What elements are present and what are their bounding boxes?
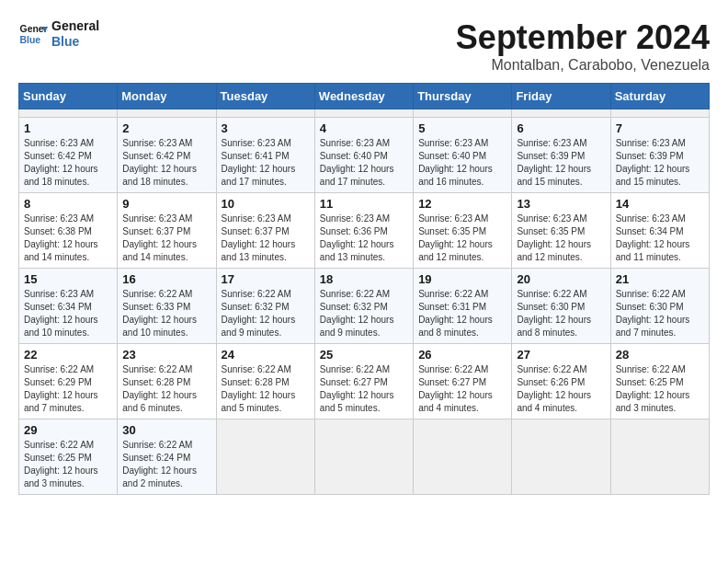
day-cell	[610, 109, 709, 118]
day-info: Sunrise: 6:22 AM Sunset: 6:32 PM Dayligh…	[320, 288, 408, 339]
day-cell	[512, 109, 610, 118]
day-number: 16	[122, 272, 210, 286]
calendar: SundayMondayTuesdayWednesdayThursdayFrid…	[18, 83, 710, 495]
day-info: Sunrise: 6:23 AM Sunset: 6:35 PM Dayligh…	[418, 213, 506, 264]
day-info: Sunrise: 6:22 AM Sunset: 6:33 PM Dayligh…	[122, 288, 210, 339]
day-cell: 16Sunrise: 6:22 AM Sunset: 6:33 PM Dayli…	[118, 269, 216, 344]
day-info: Sunrise: 6:22 AM Sunset: 6:24 PM Dayligh…	[122, 439, 210, 490]
day-cell	[314, 419, 413, 495]
day-cell	[610, 419, 709, 495]
day-number: 29	[24, 423, 112, 437]
day-info: Sunrise: 6:23 AM Sunset: 6:38 PM Dayligh…	[24, 213, 112, 264]
day-number: 1	[24, 121, 112, 135]
day-number: 23	[122, 348, 210, 362]
day-number: 8	[24, 197, 112, 211]
day-cell: 11Sunrise: 6:23 AM Sunset: 6:36 PM Dayli…	[314, 193, 413, 269]
day-cell: 2Sunrise: 6:23 AM Sunset: 6:42 PM Daylig…	[118, 118, 216, 193]
day-info: Sunrise: 6:22 AM Sunset: 6:29 PM Dayligh…	[24, 363, 112, 415]
day-number: 21	[616, 272, 704, 286]
day-number: 10	[222, 197, 310, 211]
day-cell: 21Sunrise: 6:22 AM Sunset: 6:30 PM Dayli…	[610, 269, 709, 344]
day-cell: 15Sunrise: 6:23 AM Sunset: 6:34 PM Dayli…	[19, 269, 118, 344]
day-number: 20	[517, 272, 605, 286]
logo: General Blue General Blue	[18, 18, 99, 50]
day-number: 19	[418, 272, 506, 286]
day-number: 14	[616, 197, 704, 211]
day-info: Sunrise: 6:23 AM Sunset: 6:39 PM Dayligh…	[517, 137, 605, 189]
day-number: 27	[517, 348, 605, 362]
col-header-sunday: Sunday	[19, 84, 118, 109]
day-cell: 7Sunrise: 6:23 AM Sunset: 6:39 PM Daylig…	[610, 118, 709, 193]
day-number: 17	[222, 272, 310, 286]
day-cell: 18Sunrise: 6:22 AM Sunset: 6:32 PM Dayli…	[314, 269, 413, 344]
day-info: Sunrise: 6:23 AM Sunset: 6:40 PM Dayligh…	[418, 137, 506, 189]
month-title: September 2024	[456, 18, 710, 57]
col-header-saturday: Saturday	[610, 84, 709, 109]
day-number: 12	[418, 197, 506, 211]
day-cell: 3Sunrise: 6:23 AM Sunset: 6:41 PM Daylig…	[216, 118, 314, 193]
day-cell: 28Sunrise: 6:22 AM Sunset: 6:25 PM Dayli…	[610, 344, 709, 419]
day-cell: 26Sunrise: 6:22 AM Sunset: 6:27 PM Dayli…	[414, 344, 512, 419]
day-cell: 4Sunrise: 6:23 AM Sunset: 6:40 PM Daylig…	[314, 118, 413, 193]
calendar-body: 1Sunrise: 6:23 AM Sunset: 6:42 PM Daylig…	[19, 109, 710, 495]
day-cell: 17Sunrise: 6:22 AM Sunset: 6:32 PM Dayli…	[216, 269, 314, 344]
day-info: Sunrise: 6:23 AM Sunset: 6:42 PM Dayligh…	[122, 137, 210, 189]
day-info: Sunrise: 6:22 AM Sunset: 6:31 PM Dayligh…	[418, 288, 506, 339]
week-row-5: 22Sunrise: 6:22 AM Sunset: 6:29 PM Dayli…	[19, 344, 710, 419]
day-cell	[512, 419, 610, 495]
day-number: 9	[122, 197, 210, 211]
location-title: Montalban, Carabobo, Venezuela	[456, 57, 710, 74]
day-info: Sunrise: 6:23 AM Sunset: 6:35 PM Dayligh…	[517, 213, 605, 264]
day-cell: 23Sunrise: 6:22 AM Sunset: 6:28 PM Dayli…	[118, 344, 216, 419]
svg-text:Blue: Blue	[20, 34, 41, 44]
week-row-6: 29Sunrise: 6:22 AM Sunset: 6:25 PM Dayli…	[19, 419, 710, 495]
day-info: Sunrise: 6:22 AM Sunset: 6:26 PM Dayligh…	[517, 363, 605, 415]
day-cell: 22Sunrise: 6:22 AM Sunset: 6:29 PM Dayli…	[19, 344, 118, 419]
logo-general: General	[51, 18, 99, 34]
day-info: Sunrise: 6:23 AM Sunset: 6:39 PM Dayligh…	[616, 137, 704, 189]
day-cell: 8Sunrise: 6:23 AM Sunset: 6:38 PM Daylig…	[19, 193, 118, 269]
header: General Blue General Blue September 2024…	[18, 18, 710, 74]
column-headers: SundayMondayTuesdayWednesdayThursdayFrid…	[19, 84, 710, 109]
day-number: 3	[222, 121, 310, 135]
day-cell: 13Sunrise: 6:23 AM Sunset: 6:35 PM Dayli…	[512, 193, 610, 269]
day-info: Sunrise: 6:23 AM Sunset: 6:41 PM Dayligh…	[222, 137, 310, 189]
day-info: Sunrise: 6:23 AM Sunset: 6:40 PM Dayligh…	[320, 137, 408, 189]
col-header-tuesday: Tuesday	[216, 84, 314, 109]
col-header-monday: Monday	[118, 84, 216, 109]
week-row-3: 8Sunrise: 6:23 AM Sunset: 6:38 PM Daylig…	[19, 193, 710, 269]
day-cell: 12Sunrise: 6:23 AM Sunset: 6:35 PM Dayli…	[414, 193, 512, 269]
day-cell: 6Sunrise: 6:23 AM Sunset: 6:39 PM Daylig…	[512, 118, 610, 193]
day-number: 6	[517, 121, 605, 135]
day-info: Sunrise: 6:22 AM Sunset: 6:30 PM Dayligh…	[616, 288, 704, 339]
day-cell	[216, 109, 314, 118]
day-cell: 20Sunrise: 6:22 AM Sunset: 6:30 PM Dayli…	[512, 269, 610, 344]
logo-icon: General Blue	[18, 19, 48, 49]
day-info: Sunrise: 6:23 AM Sunset: 6:34 PM Dayligh…	[24, 288, 112, 339]
title-area: September 2024 Montalban, Carabobo, Vene…	[456, 18, 710, 74]
day-cell: 25Sunrise: 6:22 AM Sunset: 6:27 PM Dayli…	[314, 344, 413, 419]
day-number: 25	[320, 348, 408, 362]
day-cell	[118, 109, 216, 118]
day-info: Sunrise: 6:22 AM Sunset: 6:25 PM Dayligh…	[24, 439, 112, 490]
day-cell	[216, 419, 314, 495]
day-cell	[314, 109, 413, 118]
day-cell: 9Sunrise: 6:23 AM Sunset: 6:37 PM Daylig…	[118, 193, 216, 269]
day-info: Sunrise: 6:22 AM Sunset: 6:27 PM Dayligh…	[320, 363, 408, 415]
day-number: 26	[418, 348, 506, 362]
day-info: Sunrise: 6:22 AM Sunset: 6:30 PM Dayligh…	[517, 288, 605, 339]
day-number: 18	[320, 272, 408, 286]
day-info: Sunrise: 6:22 AM Sunset: 6:32 PM Dayligh…	[222, 288, 310, 339]
day-number: 28	[616, 348, 704, 362]
day-number: 22	[24, 348, 112, 362]
week-row-4: 15Sunrise: 6:23 AM Sunset: 6:34 PM Dayli…	[19, 269, 710, 344]
day-info: Sunrise: 6:23 AM Sunset: 6:37 PM Dayligh…	[222, 213, 310, 264]
week-row-2: 1Sunrise: 6:23 AM Sunset: 6:42 PM Daylig…	[19, 118, 710, 193]
day-info: Sunrise: 6:22 AM Sunset: 6:25 PM Dayligh…	[616, 363, 704, 415]
col-header-wednesday: Wednesday	[314, 84, 413, 109]
day-info: Sunrise: 6:23 AM Sunset: 6:37 PM Dayligh…	[122, 213, 210, 264]
day-cell: 14Sunrise: 6:23 AM Sunset: 6:34 PM Dayli…	[610, 193, 709, 269]
day-cell: 27Sunrise: 6:22 AM Sunset: 6:26 PM Dayli…	[512, 344, 610, 419]
day-number: 15	[24, 272, 112, 286]
day-number: 24	[222, 348, 310, 362]
